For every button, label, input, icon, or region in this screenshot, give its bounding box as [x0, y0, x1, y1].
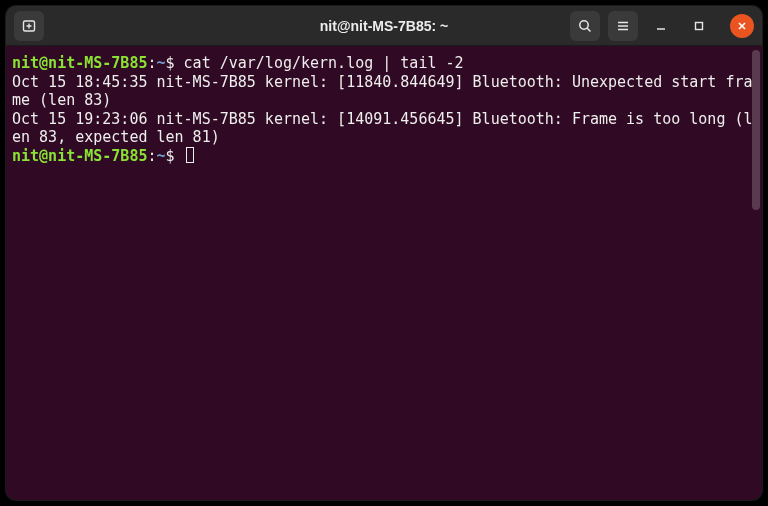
prompt-symbol: $ [166, 54, 175, 72]
output-line-2: Oct 15 19:23:06 nit-MS-7B85 kernel: [140… [12, 110, 756, 147]
svg-point-3 [580, 21, 588, 29]
search-button[interactable] [570, 11, 600, 41]
cursor [186, 147, 194, 163]
output-line-1: Oct 15 18:45:35 nit-MS-7B85 kernel: [118… [12, 73, 756, 110]
close-button[interactable] [730, 14, 754, 38]
scroll-thumb[interactable] [752, 50, 760, 210]
terminal-window: nit@nit-MS-7B85: ~ [6, 6, 762, 500]
close-icon [736, 20, 748, 32]
prompt-symbol: $ [166, 147, 175, 165]
prompt-path: ~ [157, 147, 166, 165]
minimize-button[interactable] [646, 11, 676, 41]
prompt-user: nit@nit-MS-7B85 [12, 54, 147, 72]
prompt-line-1: nit@nit-MS-7B85:~$ cat /var/log/kern.log… [12, 54, 756, 73]
new-tab-button[interactable] [14, 11, 44, 41]
titlebar-left [6, 11, 48, 41]
scrollbar[interactable] [750, 46, 762, 500]
command-text: cat /var/log/kern.log | tail -2 [184, 54, 464, 72]
hamburger-icon [615, 18, 631, 34]
prompt-sep: : [147, 54, 156, 72]
svg-line-4 [587, 28, 590, 31]
new-tab-icon [21, 18, 37, 34]
prompt-user: nit@nit-MS-7B85 [12, 147, 147, 165]
prompt-line-2: nit@nit-MS-7B85:~$ [12, 147, 756, 166]
titlebar: nit@nit-MS-7B85: ~ [6, 6, 762, 46]
maximize-icon [692, 19, 706, 33]
titlebar-right [570, 11, 762, 41]
prompt-sep: : [147, 147, 156, 165]
svg-rect-9 [696, 23, 703, 30]
terminal-viewport[interactable]: nit@nit-MS-7B85:~$ cat /var/log/kern.log… [6, 46, 762, 500]
menu-button[interactable] [608, 11, 638, 41]
prompt-path: ~ [157, 54, 166, 72]
search-icon [577, 18, 593, 34]
maximize-button[interactable] [684, 11, 714, 41]
minimize-icon [654, 19, 668, 33]
